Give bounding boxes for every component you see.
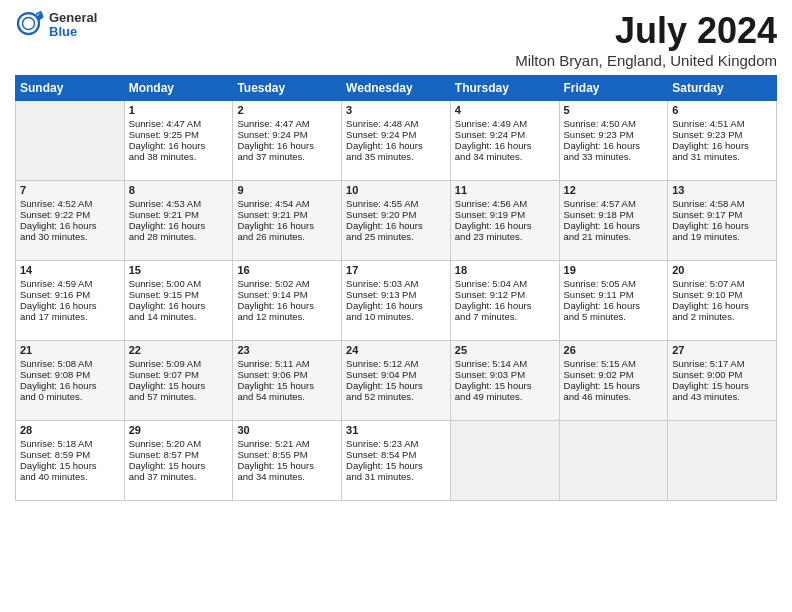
day-number: 18 bbox=[455, 264, 555, 276]
day-info: Sunrise: 4:47 AM bbox=[237, 118, 337, 129]
calendar-cell: 16Sunrise: 5:02 AMSunset: 9:14 PMDayligh… bbox=[233, 261, 342, 341]
day-info: and 54 minutes. bbox=[237, 391, 337, 402]
calendar-cell: 3Sunrise: 4:48 AMSunset: 9:24 PMDaylight… bbox=[342, 101, 451, 181]
day-info: Sunset: 9:23 PM bbox=[564, 129, 664, 140]
day-info: and 31 minutes. bbox=[672, 151, 772, 162]
day-info: Sunset: 8:59 PM bbox=[20, 449, 120, 460]
day-number: 28 bbox=[20, 424, 120, 436]
day-number: 8 bbox=[129, 184, 229, 196]
day-number: 25 bbox=[455, 344, 555, 356]
calendar-cell: 13Sunrise: 4:58 AMSunset: 9:17 PMDayligh… bbox=[668, 181, 777, 261]
day-info: Sunset: 9:08 PM bbox=[20, 369, 120, 380]
day-info: Daylight: 16 hours bbox=[346, 220, 446, 231]
day-number: 4 bbox=[455, 104, 555, 116]
day-info: Sunset: 9:24 PM bbox=[346, 129, 446, 140]
day-info: Daylight: 15 hours bbox=[564, 380, 664, 391]
logo-line2: Blue bbox=[49, 25, 97, 39]
calendar-cell: 22Sunrise: 5:09 AMSunset: 9:07 PMDayligh… bbox=[124, 341, 233, 421]
day-number: 13 bbox=[672, 184, 772, 196]
calendar-cell: 26Sunrise: 5:15 AMSunset: 9:02 PMDayligh… bbox=[559, 341, 668, 421]
calendar-cell bbox=[559, 421, 668, 501]
day-info: Daylight: 16 hours bbox=[346, 140, 446, 151]
day-info: Sunrise: 5:23 AM bbox=[346, 438, 446, 449]
day-info: and 23 minutes. bbox=[455, 231, 555, 242]
day-info: Sunrise: 4:56 AM bbox=[455, 198, 555, 209]
calendar-cell: 12Sunrise: 4:57 AMSunset: 9:18 PMDayligh… bbox=[559, 181, 668, 261]
day-info: Daylight: 15 hours bbox=[672, 380, 772, 391]
day-info: Sunset: 9:16 PM bbox=[20, 289, 120, 300]
day-info: and 37 minutes. bbox=[129, 471, 229, 482]
calendar-cell: 11Sunrise: 4:56 AMSunset: 9:19 PMDayligh… bbox=[450, 181, 559, 261]
day-info: Sunset: 9:21 PM bbox=[129, 209, 229, 220]
day-info: Daylight: 16 hours bbox=[129, 220, 229, 231]
calendar-cell bbox=[668, 421, 777, 501]
calendar-week-2: 7Sunrise: 4:52 AMSunset: 9:22 PMDaylight… bbox=[16, 181, 777, 261]
day-info: Sunset: 9:02 PM bbox=[564, 369, 664, 380]
day-info: and 28 minutes. bbox=[129, 231, 229, 242]
calendar-cell: 5Sunrise: 4:50 AMSunset: 9:23 PMDaylight… bbox=[559, 101, 668, 181]
logo: General Blue bbox=[15, 10, 97, 40]
day-info: Daylight: 16 hours bbox=[672, 300, 772, 311]
day-number: 29 bbox=[129, 424, 229, 436]
day-info: Sunset: 9:00 PM bbox=[672, 369, 772, 380]
day-info: Sunset: 9:19 PM bbox=[455, 209, 555, 220]
calendar-cell: 17Sunrise: 5:03 AMSunset: 9:13 PMDayligh… bbox=[342, 261, 451, 341]
day-info: and 35 minutes. bbox=[346, 151, 446, 162]
day-info: and 34 minutes. bbox=[237, 471, 337, 482]
day-info: and 37 minutes. bbox=[237, 151, 337, 162]
day-info: Sunset: 9:12 PM bbox=[455, 289, 555, 300]
header-friday: Friday bbox=[559, 76, 668, 101]
day-info: Daylight: 15 hours bbox=[346, 460, 446, 471]
calendar-cell: 7Sunrise: 4:52 AMSunset: 9:22 PMDaylight… bbox=[16, 181, 125, 261]
title-block: July 2024 Milton Bryan, England, United … bbox=[515, 10, 777, 69]
day-info: Sunset: 9:20 PM bbox=[346, 209, 446, 220]
calendar-cell: 14Sunrise: 4:59 AMSunset: 9:16 PMDayligh… bbox=[16, 261, 125, 341]
day-info: Sunset: 9:25 PM bbox=[129, 129, 229, 140]
calendar-table: SundayMondayTuesdayWednesdayThursdayFrid… bbox=[15, 75, 777, 501]
page-header: General Blue July 2024 Milton Bryan, Eng… bbox=[15, 10, 777, 69]
calendar-cell: 27Sunrise: 5:17 AMSunset: 9:00 PMDayligh… bbox=[668, 341, 777, 421]
day-info: Sunrise: 5:21 AM bbox=[237, 438, 337, 449]
day-info: and 43 minutes. bbox=[672, 391, 772, 402]
day-info: Sunrise: 5:04 AM bbox=[455, 278, 555, 289]
day-info: Daylight: 16 hours bbox=[129, 140, 229, 151]
day-info: Daylight: 16 hours bbox=[237, 300, 337, 311]
day-info: Sunset: 8:54 PM bbox=[346, 449, 446, 460]
day-info: Sunrise: 5:14 AM bbox=[455, 358, 555, 369]
day-info: Daylight: 15 hours bbox=[346, 380, 446, 391]
day-number: 23 bbox=[237, 344, 337, 356]
day-info: Sunrise: 5:17 AM bbox=[672, 358, 772, 369]
day-info: Sunset: 9:15 PM bbox=[129, 289, 229, 300]
day-number: 5 bbox=[564, 104, 664, 116]
day-info: Sunset: 9:18 PM bbox=[564, 209, 664, 220]
day-info: Sunrise: 4:48 AM bbox=[346, 118, 446, 129]
day-info: Sunrise: 5:07 AM bbox=[672, 278, 772, 289]
day-info: Daylight: 15 hours bbox=[129, 460, 229, 471]
subtitle: Milton Bryan, England, United Kingdom bbox=[515, 52, 777, 69]
day-info: Sunset: 8:57 PM bbox=[129, 449, 229, 460]
day-info: Sunset: 9:13 PM bbox=[346, 289, 446, 300]
day-info: Daylight: 16 hours bbox=[672, 220, 772, 231]
day-info: and 31 minutes. bbox=[346, 471, 446, 482]
day-info: Sunrise: 4:54 AM bbox=[237, 198, 337, 209]
day-number: 7 bbox=[20, 184, 120, 196]
day-info: Sunset: 9:07 PM bbox=[129, 369, 229, 380]
day-info: Sunset: 9:10 PM bbox=[672, 289, 772, 300]
day-info: and 52 minutes. bbox=[346, 391, 446, 402]
day-info: Sunrise: 5:02 AM bbox=[237, 278, 337, 289]
calendar-cell: 28Sunrise: 5:18 AMSunset: 8:59 PMDayligh… bbox=[16, 421, 125, 501]
calendar-week-4: 21Sunrise: 5:08 AMSunset: 9:08 PMDayligh… bbox=[16, 341, 777, 421]
calendar-cell: 18Sunrise: 5:04 AMSunset: 9:12 PMDayligh… bbox=[450, 261, 559, 341]
day-number: 10 bbox=[346, 184, 446, 196]
svg-point-0 bbox=[18, 13, 39, 34]
day-info: Sunrise: 5:08 AM bbox=[20, 358, 120, 369]
day-number: 2 bbox=[237, 104, 337, 116]
calendar-cell: 31Sunrise: 5:23 AMSunset: 8:54 PMDayligh… bbox=[342, 421, 451, 501]
header-sunday: Sunday bbox=[16, 76, 125, 101]
day-info: Daylight: 16 hours bbox=[20, 220, 120, 231]
calendar-cell: 23Sunrise: 5:11 AMSunset: 9:06 PMDayligh… bbox=[233, 341, 342, 421]
header-thursday: Thursday bbox=[450, 76, 559, 101]
main-title: July 2024 bbox=[515, 10, 777, 52]
day-info: Sunrise: 4:51 AM bbox=[672, 118, 772, 129]
calendar-cell: 21Sunrise: 5:08 AMSunset: 9:08 PMDayligh… bbox=[16, 341, 125, 421]
